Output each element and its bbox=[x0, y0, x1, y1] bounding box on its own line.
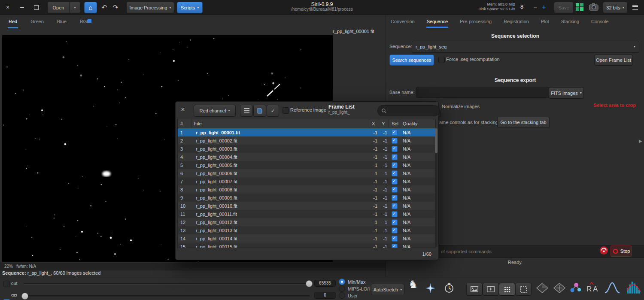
export-format-selector[interactable]: FITS images▾ bbox=[549, 87, 584, 99]
tab-sequence[interactable]: Sequence bbox=[426, 17, 449, 28]
low-cut-slider-knob[interactable] bbox=[21, 293, 28, 300]
frame-selected-checkbox[interactable] bbox=[392, 227, 398, 233]
dialog-apply-button[interactable]: ✓ bbox=[267, 105, 279, 117]
frame-row[interactable]: 3 r_pp_light_00003.fit -1 -1 N/A bbox=[178, 145, 435, 153]
frame-search-box[interactable] bbox=[377, 105, 440, 116]
tab-plot[interactable]: Plot bbox=[541, 17, 550, 28]
chain-link-icon[interactable] bbox=[11, 292, 17, 300]
high-cut-value[interactable]: 65535 bbox=[314, 280, 336, 287]
frame-selected-checkbox[interactable] bbox=[392, 203, 398, 209]
frame-row[interactable]: 2 r_pp_light_00002.fit -1 -1 N/A bbox=[178, 136, 435, 145]
frame-selected-checkbox[interactable] bbox=[392, 138, 398, 144]
frame-row[interactable]: 8 r_pp_light_00008.fit -1 -1 N/A bbox=[178, 185, 435, 194]
scrollbar-thumb[interactable] bbox=[435, 128, 437, 153]
frame-selected-checkbox[interactable] bbox=[392, 236, 398, 242]
tool-molecule-icon[interactable] bbox=[569, 282, 581, 295]
tab-preprocessing[interactable]: Pre-processing bbox=[459, 17, 492, 28]
tool-diamond-icon-1[interactable] bbox=[536, 282, 549, 295]
abort-icon[interactable] bbox=[599, 246, 608, 256]
frame-selected-checkbox[interactable] bbox=[392, 154, 398, 160]
window-maximize-icon[interactable] bbox=[32, 3, 40, 11]
frame-selected-checkbox[interactable] bbox=[392, 162, 398, 168]
zoom-out-icon[interactable]: − bbox=[532, 3, 539, 11]
frame-list-scrollbar[interactable] bbox=[435, 128, 437, 247]
dialog-export-list-button[interactable] bbox=[253, 105, 266, 117]
frame-selected-checkbox[interactable] bbox=[392, 187, 398, 193]
open-recent-menu-button[interactable]: ▾ bbox=[69, 2, 81, 13]
zoom-one-to-one-button[interactable] bbox=[466, 283, 483, 296]
open-button[interactable]: Open bbox=[47, 2, 70, 13]
dialog-close-icon[interactable]: × bbox=[179, 105, 187, 113]
col-header-file[interactable]: File bbox=[191, 119, 369, 128]
star-detection-icon[interactable] bbox=[425, 283, 436, 295]
tab-red-channel[interactable]: Red bbox=[8, 16, 18, 28]
tool-histogram-icon[interactable] bbox=[626, 279, 641, 296]
radio-user[interactable] bbox=[339, 292, 345, 299]
hamburger-menu-icon[interactable] bbox=[631, 3, 639, 11]
stop-button[interactable]: Stop bbox=[611, 245, 632, 257]
tool-psf-curve-icon[interactable] bbox=[604, 281, 620, 295]
tab-stacking[interactable]: Stacking bbox=[561, 17, 580, 28]
psf-knight-icon[interactable]: ♞ bbox=[408, 279, 418, 290]
low-cut-value[interactable]: 0 bbox=[314, 292, 336, 299]
tool-ra-dec-icon[interactable]: RA bbox=[586, 282, 599, 295]
tab-registration[interactable]: Registration bbox=[503, 17, 529, 28]
frame-selected-checkbox[interactable] bbox=[392, 146, 398, 152]
frame-selected-checkbox[interactable] bbox=[392, 195, 398, 201]
save-button[interactable]: Save bbox=[554, 2, 574, 13]
frame-selected-checkbox[interactable] bbox=[392, 244, 398, 248]
frame-row[interactable]: 14 r_pp_light_00014.fit -1 -1 N/A bbox=[178, 234, 435, 242]
col-header-y[interactable]: Y bbox=[379, 119, 389, 128]
tab-console[interactable]: Console bbox=[591, 17, 609, 28]
panel-expander-icon[interactable]: ▶ bbox=[639, 139, 642, 143]
tab-green-channel[interactable]: Green bbox=[30, 16, 45, 28]
high-cut-slider[interactable] bbox=[24, 283, 310, 285]
frame-selected-checkbox[interactable] bbox=[392, 211, 398, 217]
frame-row[interactable]: 11 r_pp_light_00011.fit -1 -1 N/A bbox=[178, 210, 435, 218]
image-processing-menu-button[interactable]: Image Processing▾ bbox=[126, 2, 174, 13]
dialog-list-view-button[interactable] bbox=[240, 105, 253, 117]
cut-checkbox[interactable] bbox=[3, 281, 10, 287]
base-name-input[interactable] bbox=[416, 87, 550, 98]
frame-row[interactable]: 1 r_pp_light_00001.fit -1 -1 N/A bbox=[178, 128, 435, 136]
search-sequences-button[interactable]: Search sequences bbox=[389, 55, 434, 66]
frame-row[interactable]: 12 r_pp_light_00012.fit -1 -1 N/A bbox=[178, 218, 435, 226]
reference-image-checkbox[interactable] bbox=[283, 107, 289, 114]
go-to-stacking-tab-button[interactable]: Go to the stacking tab bbox=[497, 117, 550, 128]
zoom-fit-button[interactable] bbox=[483, 283, 499, 296]
scripts-menu-button[interactable]: Scripts▾ bbox=[177, 2, 203, 13]
frame-row[interactable]: 13 r_pp_light_00013.fit -1 -1 N/A bbox=[178, 226, 435, 234]
timer-icon[interactable] bbox=[444, 283, 454, 294]
tool-diamond-icon-2[interactable] bbox=[553, 282, 566, 295]
home-button[interactable]: ⌂ bbox=[84, 2, 97, 13]
window-minimize-icon[interactable] bbox=[18, 3, 26, 11]
radio-minmax[interactable] bbox=[339, 279, 345, 285]
zoom-in-icon[interactable]: + bbox=[540, 3, 548, 11]
snapshot-icon[interactable] bbox=[589, 3, 598, 12]
tab-conversion[interactable]: Conversion bbox=[390, 17, 415, 28]
stretch-mode-selector[interactable]: AutoStretch▾ bbox=[371, 284, 404, 295]
redo-icon[interactable]: ↷ bbox=[112, 3, 119, 11]
frame-row[interactable]: 9 r_pp_light_00009.fit -1 -1 N/A bbox=[178, 194, 435, 202]
demosaicing-icon[interactable] bbox=[575, 3, 584, 12]
dialog-channel-selector[interactable]: Red channel▾ bbox=[194, 105, 236, 117]
frame-row[interactable]: 5 r_pp_light_00005.fit -1 -1 N/A bbox=[178, 161, 435, 169]
frame-row[interactable]: 6 r_pp_light_00006.fit -1 -1 N/A bbox=[178, 169, 435, 177]
frame-selected-checkbox[interactable] bbox=[392, 219, 398, 225]
col-header-x[interactable]: X bbox=[369, 119, 379, 128]
tab-blue-channel[interactable]: Blue bbox=[56, 16, 67, 28]
bit-depth-selector[interactable]: 32 bits▾ bbox=[603, 2, 628, 13]
undo-icon[interactable]: ↶ bbox=[100, 3, 108, 11]
col-header-quality[interactable]: Quality bbox=[400, 119, 435, 128]
frame-selected-checkbox[interactable] bbox=[392, 130, 398, 136]
high-cut-slider-knob[interactable] bbox=[306, 280, 313, 287]
window-close-icon[interactable]: × bbox=[4, 3, 12, 11]
frame-row[interactable]: 4 r_pp_light_00004.fit -1 -1 N/A bbox=[178, 153, 435, 161]
frame-row[interactable]: 15 r_pp_light_00015.fit -1 -1 N/A bbox=[178, 242, 435, 248]
frame-row[interactable]: 7 r_pp_light_00007.fit -1 -1 N/A bbox=[178, 177, 435, 185]
grid-view-button[interactable] bbox=[499, 283, 515, 296]
low-cut-slider[interactable] bbox=[24, 295, 310, 297]
frame-row[interactable]: 10 r_pp_light_00010.fit -1 -1 N/A bbox=[178, 202, 435, 210]
col-header-num[interactable]: # bbox=[178, 119, 191, 128]
selection-frame-button[interactable] bbox=[515, 283, 532, 296]
